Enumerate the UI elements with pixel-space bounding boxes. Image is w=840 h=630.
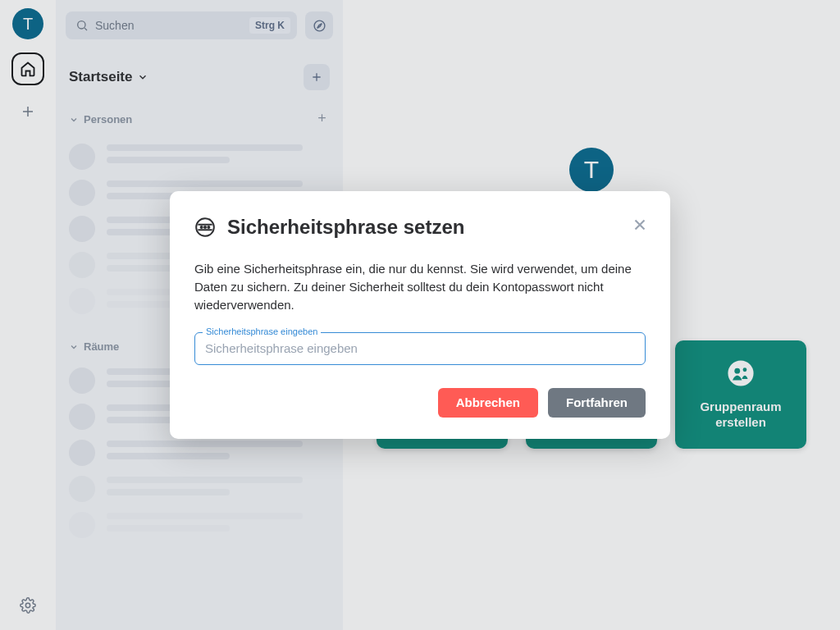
- svg-point-8: [201, 226, 203, 228]
- dialog-title: Sicherheitsphrase setzen: [227, 216, 464, 239]
- close-button[interactable]: [628, 212, 652, 240]
- security-phrase-dialog: Sicherheitsphrase setzen Gib eine Sicher…: [170, 191, 670, 438]
- close-icon: [631, 216, 649, 234]
- field-label: Sicherheitsphrase eingeben: [203, 326, 321, 336]
- dialog-body: Gib eine Sicherheitsphrase ein, die nur …: [194, 260, 646, 313]
- continue-button[interactable]: Fortfahren: [548, 388, 646, 418]
- secure-backup-icon: [194, 217, 216, 238]
- modal-scrim: Sicherheitsphrase setzen Gib eine Sicher…: [0, 0, 840, 630]
- security-phrase-input[interactable]: [194, 332, 646, 365]
- cancel-button[interactable]: Abbrechen: [438, 388, 538, 418]
- svg-point-9: [204, 226, 206, 228]
- svg-point-10: [208, 226, 209, 228]
